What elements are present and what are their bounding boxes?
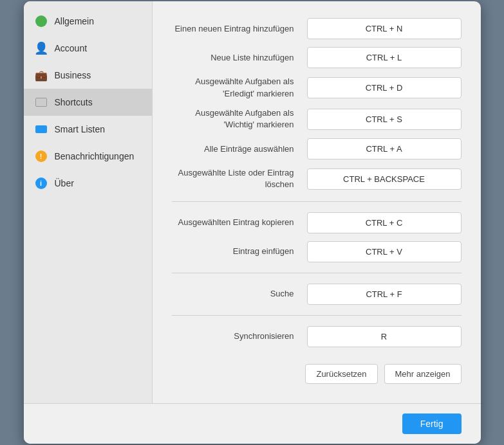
sidebar-label-uber: Über bbox=[55, 178, 74, 188]
shortcut-key-new-entry: CTRL + N bbox=[307, 18, 462, 39]
sidebar-item-account[interactable]: 👤 Account bbox=[24, 35, 152, 62]
dialog-footer: Fertig bbox=[24, 403, 481, 444]
smart-listen-icon bbox=[34, 122, 48, 136]
benachrichtigungen-icon: ! bbox=[34, 149, 48, 163]
shortcut-key-mark-important: CTRL + S bbox=[307, 109, 462, 130]
sidebar-label-business: Business bbox=[55, 70, 91, 80]
shortcut-key-copy: CTRL + C bbox=[307, 212, 462, 233]
shortcut-key-select-all: CTRL + A bbox=[307, 138, 462, 159]
sidebar-label-account: Account bbox=[55, 43, 88, 53]
divider-1 bbox=[172, 201, 462, 202]
shortcut-label-delete: Ausgewählte Liste oder Eintrag löschen bbox=[172, 167, 307, 190]
sidebar-label-allgemein: Allgemein bbox=[55, 16, 94, 26]
shortcut-key-mark-done: CTRL + D bbox=[307, 77, 462, 98]
allgemein-icon bbox=[34, 14, 48, 28]
uber-icon: i bbox=[34, 176, 48, 190]
shortcut-row-paste: Eintrag einfügen CTRL + V bbox=[172, 237, 462, 266]
reset-button[interactable]: Zurücksetzen bbox=[305, 364, 377, 384]
shortcuts-icon bbox=[34, 95, 48, 109]
shortcut-label-paste: Eintrag einfügen bbox=[172, 246, 307, 257]
shortcut-key-search: CTRL + F bbox=[307, 284, 462, 305]
shortcut-label-sync: Synchronisieren bbox=[172, 331, 307, 342]
shortcut-row-mark-important: Ausgewählte Aufgaben als 'Wichtig' marki… bbox=[172, 104, 462, 134]
sidebar-label-smart-listen: Smart Listen bbox=[55, 124, 106, 134]
divider-2 bbox=[172, 273, 462, 273]
sidebar-item-business[interactable]: 💼 Business bbox=[24, 62, 152, 89]
sidebar-item-uber[interactable]: i Über bbox=[24, 170, 152, 197]
sidebar-item-benachrichtigungen[interactable]: ! Benachrichtigungen bbox=[24, 143, 152, 170]
shortcuts-panel: Einen neuen Eintrag hinzufügen CTRL + N … bbox=[153, 1, 481, 403]
shortcut-label-select-all: Alle Einträge auswählen bbox=[172, 143, 307, 155]
sidebar-item-smart-listen[interactable]: Smart Listen bbox=[24, 116, 152, 143]
shortcut-row-select-all: Alle Einträge auswählen CTRL + A bbox=[172, 134, 462, 163]
shortcut-row-mark-done: Ausgewählte Aufgaben als 'Erledigt' mark… bbox=[172, 72, 462, 103]
shortcut-key-delete: CTRL + BACKSPACE bbox=[307, 168, 462, 190]
shortcut-label-new-list: Neue Liste hinzufügen bbox=[172, 52, 307, 64]
shortcut-label-copy: Ausgewählten Eintrag kopieren bbox=[172, 217, 307, 228]
sidebar-item-shortcuts[interactable]: Shortcuts bbox=[24, 89, 152, 116]
more-button[interactable]: Mehr anzeigen bbox=[384, 364, 462, 384]
business-icon: 💼 bbox=[34, 68, 48, 82]
dialog-body: Allgemein 👤 Account 💼 Business bbox=[24, 1, 481, 403]
shortcut-label-mark-important: Ausgewählte Aufgaben als 'Wichtig' marki… bbox=[172, 107, 307, 131]
sidebar-label-shortcuts: Shortcuts bbox=[55, 97, 93, 107]
shortcut-row-sync: Synchronisieren R bbox=[172, 322, 462, 351]
account-icon: 👤 bbox=[34, 41, 48, 55]
divider-3 bbox=[172, 315, 462, 316]
sidebar-label-benachrichtigungen: Benachrichtigungen bbox=[55, 151, 135, 161]
shortcut-key-paste: CTRL + V bbox=[307, 241, 462, 262]
shortcut-label-mark-done: Ausgewählte Aufgaben als 'Erledigt' mark… bbox=[172, 76, 307, 99]
shortcut-key-new-list: CTRL + L bbox=[307, 47, 462, 68]
shortcut-key-sync: R bbox=[307, 326, 462, 347]
sidebar-item-allgemein[interactable]: Allgemein bbox=[24, 8, 152, 35]
shortcut-label-search: Suche bbox=[172, 288, 307, 300]
shortcut-row-delete: Ausgewählte Liste oder Eintrag löschen C… bbox=[172, 163, 462, 194]
settings-dialog: Allgemein 👤 Account 💼 Business bbox=[24, 1, 481, 443]
shortcut-row-new-entry: Einen neuen Eintrag hinzufügen CTRL + N bbox=[172, 14, 462, 43]
shortcut-row-new-list: Neue Liste hinzufügen CTRL + L bbox=[172, 43, 462, 72]
sidebar: Allgemein 👤 Account 💼 Business bbox=[24, 1, 153, 403]
shortcut-label-new-entry: Einen neuen Eintrag hinzufügen bbox=[172, 23, 307, 35]
shortcut-row-copy: Ausgewählten Eintrag kopieren CTRL + C bbox=[172, 208, 462, 237]
done-button[interactable]: Fertig bbox=[402, 413, 462, 434]
shortcut-row-search: Suche CTRL + F bbox=[172, 280, 462, 309]
